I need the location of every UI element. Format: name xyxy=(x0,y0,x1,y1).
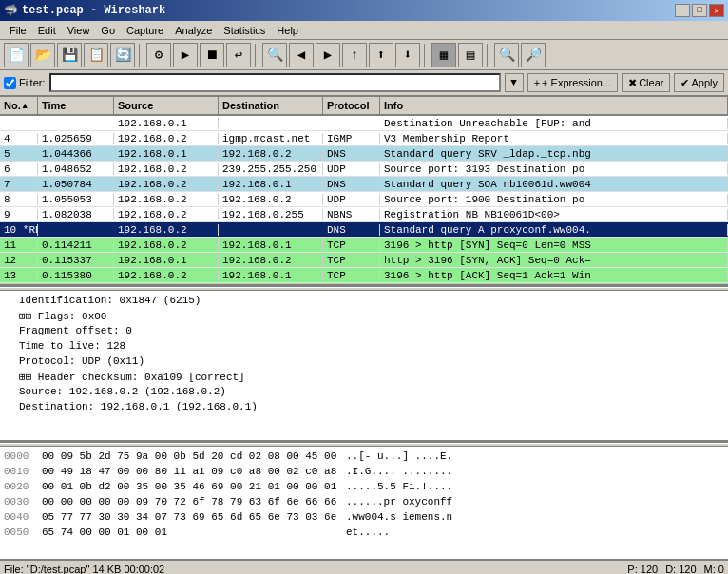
reload-button[interactable]: 🔄 xyxy=(110,43,135,67)
hex-bytes: 00 01 0b d2 00 35 00 35 46 69 00 21 01 0… xyxy=(42,481,346,492)
capture-options-button[interactable]: ⚙ xyxy=(146,43,171,67)
col-header-time[interactable]: Time xyxy=(38,97,114,114)
start-capture-button[interactable]: ▶ xyxy=(173,43,198,67)
hex-ascii: .I.G.... ........ xyxy=(346,466,452,477)
packet-row[interactable]: 110.114211192.168.0.2192.168.0.1TCP3196 … xyxy=(0,238,728,253)
menu-item-go[interactable]: Go xyxy=(95,23,121,38)
hex-bytes: 65 74 00 00 01 00 01 xyxy=(42,526,346,538)
menu-item-capture[interactable]: Capture xyxy=(121,23,169,38)
packet-row[interactable]: 140.115506192.168.0.2192.168.0.1TCP3196 … xyxy=(0,283,728,287)
expression-button[interactable]: + + Expression... xyxy=(527,73,619,92)
col-header-protocol[interactable]: Protocol xyxy=(323,97,380,114)
menu-bar: FileEditViewGoCaptureAnalyzeStatisticsHe… xyxy=(0,21,728,40)
minimize-button[interactable]: ─ xyxy=(675,4,690,17)
apply-button[interactable]: ✔ Apply xyxy=(674,73,724,92)
packet-cell: 4 xyxy=(0,133,38,144)
restart-capture-button[interactable]: ↩ xyxy=(226,43,251,67)
find-button[interactable]: 🔍 xyxy=(262,43,287,67)
packet-cell: 13 xyxy=(0,270,38,281)
packet-cell: 0.115337 xyxy=(38,255,114,266)
go-back-button[interactable]: ◀ xyxy=(289,43,314,67)
titlebar-controls[interactable]: ─ □ ✕ xyxy=(675,4,724,17)
filter-input[interactable] xyxy=(49,73,501,92)
col-header-destination[interactable]: Destination xyxy=(219,97,323,114)
packet-cell: 0.114211 xyxy=(38,239,114,251)
packet-list-header: No. Time Source Destination Protocol Inf… xyxy=(0,97,728,116)
packet-cell: 3196 > http [SYN] Seq=0 Len=0 MSS xyxy=(380,239,728,251)
hex-ascii: ......pr oxyconff xyxy=(346,496,452,507)
zoom-out-button[interactable]: 🔎 xyxy=(521,43,546,67)
toolbar-separator-2 xyxy=(255,44,259,67)
packet-row[interactable]: 81.055053192.168.0.2192.168.0.2UDPSource… xyxy=(0,192,728,207)
menu-item-analyze[interactable]: Analyze xyxy=(169,23,218,38)
go-bottom-button[interactable]: ⬇ xyxy=(395,43,420,67)
colorize-button[interactable]: ▦ xyxy=(431,43,456,67)
detail-line[interactable]: ⊞ Flags: 0x00 xyxy=(4,308,724,323)
packet-cell: 192.168.0.1 xyxy=(219,239,323,251)
packet-cell: Source port: 1900 Destination po xyxy=(380,194,728,205)
menu-item-help[interactable]: Help xyxy=(271,23,304,38)
packet-cell: 192.168.0.2 xyxy=(219,255,323,266)
packet-cell: igmp.mcast.net xyxy=(219,133,323,144)
close-button[interactable]: ✕ xyxy=(709,4,724,17)
hex-ascii: et..... xyxy=(346,526,390,538)
status-m: M: 0 xyxy=(704,564,724,574)
packet-row[interactable]: 91.082038192.168.0.2192.168.0.255NBNSReg… xyxy=(0,207,728,222)
hex-bytes: 00 00 00 00 00 09 70 72 6f 78 79 63 6f 6… xyxy=(42,496,346,507)
packet-cell: 192.168.0.2 xyxy=(114,179,219,190)
menu-item-edit[interactable]: Edit xyxy=(32,23,62,38)
stop-capture-button[interactable]: ⏹ xyxy=(200,43,224,67)
packet-cell: UDP xyxy=(323,163,380,175)
hex-line: 0030 00 00 00 00 00 09 70 72 6f 78 79 63… xyxy=(4,494,724,509)
packet-row[interactable]: 41.025659192.168.0.2igmp.mcast.netIGMPV3… xyxy=(0,131,728,146)
detail-line: Identification: 0x1847 (6215) xyxy=(4,293,724,308)
packet-cell: UDP xyxy=(323,194,380,205)
detail-line[interactable]: ⊞ Header checksum: 0xa109 [correct] xyxy=(4,369,724,384)
open-button[interactable]: 📂 xyxy=(30,43,55,67)
packet-cell: 10 *REF* xyxy=(0,224,38,236)
go-top-button[interactable]: ⬆ xyxy=(369,43,393,67)
go-forward-button[interactable]: ▶ xyxy=(316,43,340,67)
packet-cell: 14 xyxy=(0,285,38,288)
new-capture-button[interactable]: 📄 xyxy=(4,43,29,67)
col-header-no[interactable]: No. xyxy=(0,97,38,114)
packet-cell: TCP xyxy=(323,270,380,281)
packet-row[interactable]: 51.044366192.168.0.1192.168.0.2DNSStanda… xyxy=(0,146,728,162)
hex-line: 0020 00 01 0b d2 00 35 00 35 46 69 00 21… xyxy=(4,479,724,494)
zoom-in-button[interactable]: 🔍 xyxy=(494,43,519,67)
packet-row[interactable]: 71.050784192.168.0.2192.168.0.1DNSStanda… xyxy=(0,177,728,192)
filter-checkbox[interactable] xyxy=(4,77,16,89)
packet-cell: 1.055053 xyxy=(38,194,114,205)
save-button[interactable]: 💾 xyxy=(57,43,82,67)
packet-cell: Standard query SOA nb10061d.ww004 xyxy=(380,179,728,190)
packet-cell: Registration NB NB10061D<00> xyxy=(380,209,728,220)
packet-row[interactable]: 192.168.0.1Destination Unreachable [FUP:… xyxy=(0,116,728,131)
packet-cell: 11 xyxy=(0,239,38,251)
maximize-button[interactable]: □ xyxy=(692,4,707,17)
packet-row[interactable]: 120.115337192.168.0.1192.168.0.2TCPhttp … xyxy=(0,253,728,268)
packet-cell: 7 xyxy=(0,179,38,190)
packet-list-body[interactable]: 192.168.0.1Destination Unreachable [FUP:… xyxy=(0,116,728,287)
hex-ascii: ..[- u...] ....E. xyxy=(346,450,452,462)
close-file-button[interactable]: 📋 xyxy=(84,43,108,67)
filter-bar: Filter: ▼ + + Expression... ✖ Clear ✔ Ap… xyxy=(0,70,728,97)
packet-list-button[interactable]: ▤ xyxy=(458,43,483,67)
clear-button[interactable]: ✖ Clear xyxy=(622,73,670,92)
hex-ascii: .ww004.s iemens.n xyxy=(346,511,452,523)
menu-item-view[interactable]: View xyxy=(62,23,96,38)
packet-row[interactable]: 10 *REF*192.168.0.2DNSStandard query A p… xyxy=(0,222,728,238)
packet-cell: 1.050784 xyxy=(38,179,114,190)
packet-cell: http > 3196 [SYN, ACK] Seq=0 Ack= xyxy=(380,255,728,266)
packet-row[interactable]: 130.115380192.168.0.2192.168.0.1TCP3196 … xyxy=(0,268,728,283)
col-header-source[interactable]: Source xyxy=(114,97,219,114)
packet-cell: 192.168.0.1 xyxy=(219,285,323,288)
go-to-button[interactable]: ↑ xyxy=(342,43,367,67)
hex-line: 0000 00 09 5b 2d 75 9a 00 0b 5d 20 cd 02… xyxy=(4,449,724,464)
col-header-info[interactable]: Info xyxy=(380,97,728,114)
packet-row[interactable]: 61.048652192.168.0.2239.255.255.250UDPSo… xyxy=(0,162,728,177)
filter-dropdown-button[interactable]: ▼ xyxy=(505,73,524,92)
packet-cell: 192.168.0.1 xyxy=(114,255,219,266)
app-icon: 🦈 xyxy=(4,4,18,18)
menu-item-file[interactable]: File xyxy=(4,23,32,38)
menu-item-statistics[interactable]: Statistics xyxy=(218,23,271,38)
